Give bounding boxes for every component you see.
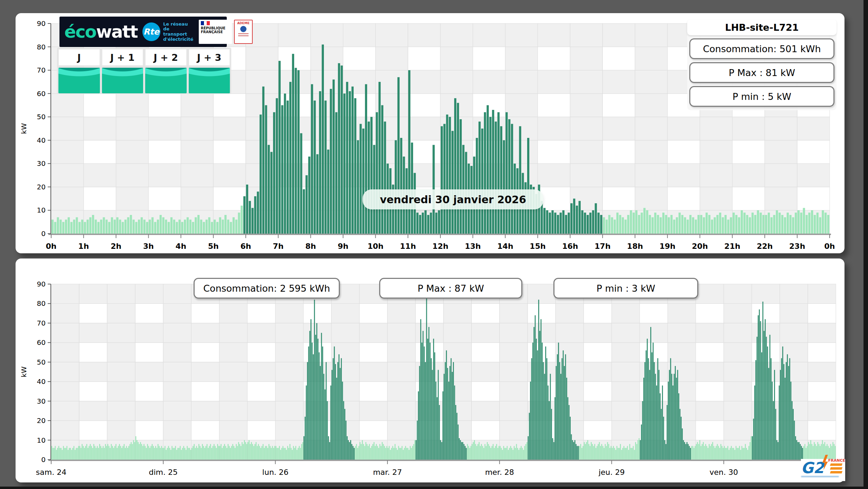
svg-text:13h: 13h: [465, 242, 481, 251]
svg-text:kW: kW: [20, 123, 28, 134]
svg-text:60: 60: [37, 338, 46, 347]
svg-text:70: 70: [37, 66, 46, 74]
svg-text:0h: 0h: [824, 242, 835, 251]
day-consumption-stat: Consommation: 501 kWh: [689, 38, 834, 59]
rte-circle-icon: Rte: [142, 22, 160, 41]
svg-text:16h: 16h: [562, 242, 578, 251]
day-chart-panel: 0102030405060708090kW0h1h2h3h4h5h6h7h8h9…: [16, 13, 844, 253]
week-pmin-stat: P min : 3 kW: [553, 278, 698, 299]
svg-text:kW: kW: [20, 366, 28, 377]
svg-text:0: 0: [41, 455, 46, 464]
svg-text:30: 30: [37, 159, 46, 168]
svg-text:mar. 27: mar. 27: [373, 468, 402, 477]
ademe-logo: ADEME: [234, 20, 253, 44]
svg-text:80: 80: [37, 299, 46, 308]
svg-text:mer. 28: mer. 28: [485, 468, 514, 477]
svg-text:8h: 8h: [305, 242, 316, 251]
current-date-badge: vendredi 30 janvier 2026: [363, 189, 543, 209]
svg-text:11h: 11h: [400, 242, 416, 251]
svg-text:10: 10: [37, 436, 46, 444]
forecast-day-buttons: J J + 1 J + 2 J + 3: [57, 48, 231, 94]
g2e-tagline: [801, 476, 839, 477]
button-day-j[interactable]: J: [58, 49, 100, 66]
svg-text:10: 10: [37, 206, 46, 214]
svg-text:20: 20: [37, 183, 46, 191]
dashboard-background: 0102030405060708090kW0h1h2h3h4h5h6h7h8h9…: [0, 0, 868, 489]
svg-text:jeu. 29: jeu. 29: [598, 468, 625, 477]
svg-text:2h: 2h: [111, 242, 121, 251]
svg-text:70: 70: [37, 319, 46, 327]
ecowatt-signal-thumbnail-j2[interactable]: [145, 68, 187, 93]
svg-text:60: 60: [37, 90, 46, 98]
svg-text:23h: 23h: [789, 242, 805, 251]
day-pmax-stat: P Max : 81 kW: [689, 62, 834, 83]
svg-text:lun. 26: lun. 26: [262, 468, 289, 477]
svg-text:0h: 0h: [46, 242, 57, 251]
svg-text:5h: 5h: [208, 242, 219, 251]
svg-text:90: 90: [37, 19, 46, 28]
svg-text:19h: 19h: [660, 242, 675, 251]
svg-text:0: 0: [41, 229, 46, 238]
svg-text:20: 20: [37, 416, 46, 425]
site-name: LHB-site-L721: [687, 19, 837, 35]
svg-text:6h: 6h: [241, 242, 251, 251]
g2e-logo: G2 FRANCE: [801, 459, 845, 481]
svg-text:12h: 12h: [432, 242, 448, 251]
french-flag-icon: [201, 21, 210, 25]
svg-text:dim. 25: dim. 25: [149, 468, 178, 477]
rte-tagline: Le réseau de transport d'électricité: [163, 22, 194, 42]
svg-text:80: 80: [37, 43, 46, 51]
svg-text:40: 40: [37, 136, 46, 144]
ecowatt-eco-text: éco: [64, 22, 96, 42]
rte-logo: Rte Le réseau de transport d'électricité: [142, 22, 194, 42]
ecowatt-signal-thumbnail-j[interactable]: [58, 68, 100, 93]
svg-text:10h: 10h: [367, 242, 383, 251]
svg-text:1h: 1h: [78, 242, 89, 251]
ademe-globe-icon: [240, 26, 246, 32]
ecowatt-watt-text: watt: [96, 22, 138, 42]
svg-text:40: 40: [37, 377, 46, 386]
g2e-country-text: FRANCE: [828, 458, 845, 463]
government-logos: RÉPUBLIQUE FRANÇAISE ADEME: [199, 20, 253, 44]
svg-text:15h: 15h: [530, 242, 545, 251]
site-stats-panel: LHB-site-L721 Consommation: 501 kWh P Ma…: [687, 19, 837, 110]
svg-text:30: 30: [37, 397, 46, 405]
svg-text:18h: 18h: [627, 242, 643, 251]
button-day-j3[interactable]: J + 3: [189, 49, 230, 66]
g2e-brand-text: G2: [801, 461, 824, 475]
svg-text:90: 90: [37, 280, 46, 288]
ecowatt-signal-thumbnail-j3[interactable]: [189, 68, 230, 93]
button-day-j2[interactable]: J + 2: [145, 49, 187, 66]
week-consumption-stat: Consommation: 2 595 kWh: [194, 278, 340, 299]
svg-text:ven. 30: ven. 30: [709, 468, 738, 477]
svg-text:4h: 4h: [176, 242, 186, 251]
svg-text:9h: 9h: [338, 242, 348, 251]
ecowatt-logo: écowatt: [64, 23, 138, 40]
day-pmin-stat: P min : 5 kW: [689, 86, 834, 107]
svg-text:17h: 17h: [595, 242, 610, 251]
g2e-e-glyph: [830, 463, 842, 473]
window-bottom-edge: [0, 487, 868, 489]
ecowatt-header-logo: écowatt Rte Le réseau de transport d'éle…: [59, 17, 227, 47]
button-day-j1[interactable]: J + 1: [102, 49, 143, 66]
week-chart-panel: 0102030405060708090kWsam. 24dim. 25lun. …: [16, 258, 844, 482]
svg-text:21h: 21h: [724, 242, 740, 251]
svg-text:50: 50: [37, 113, 46, 121]
republique-francaise-logo: RÉPUBLIQUE FRANÇAISE: [199, 20, 232, 44]
svg-text:50: 50: [37, 358, 46, 366]
svg-text:sam. 24: sam. 24: [36, 468, 66, 477]
week-pmax-stat: P Max : 87 kW: [379, 278, 522, 299]
window-right-edge: [864, 0, 868, 489]
svg-text:14h: 14h: [497, 242, 513, 251]
svg-text:3h: 3h: [143, 242, 154, 251]
svg-text:7h: 7h: [273, 242, 283, 251]
svg-text:20h: 20h: [692, 242, 708, 251]
ecowatt-signal-thumbnail-j1[interactable]: [102, 68, 143, 93]
svg-text:22h: 22h: [757, 242, 773, 251]
